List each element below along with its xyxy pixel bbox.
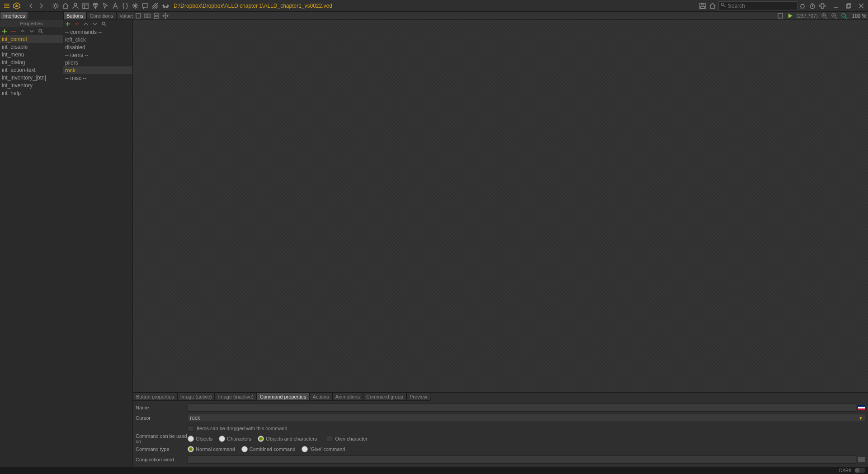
radio[interactable] xyxy=(302,446,308,452)
radio[interactable] xyxy=(241,446,248,452)
align2-icon[interactable] xyxy=(153,12,160,19)
search-input[interactable] xyxy=(728,3,795,9)
radio-label: Characters xyxy=(227,436,251,441)
zoom-level: 100 % xyxy=(852,13,866,19)
cursor-dropdown[interactable]: rock ▼ xyxy=(188,414,865,422)
add2-icon[interactable] xyxy=(64,20,71,28)
font-icon[interactable] xyxy=(110,1,120,11)
zoom-in-icon[interactable] xyxy=(821,12,828,19)
own-char-checkbox[interactable] xyxy=(326,436,332,442)
home-icon[interactable] xyxy=(61,1,71,11)
main-row: Interfaces Properties int_controlint_dis… xyxy=(0,12,868,467)
bottom-tab[interactable]: Image (active) xyxy=(177,393,215,401)
hatch-icon[interactable] xyxy=(150,1,160,11)
play-icon[interactable] xyxy=(787,12,794,19)
align1-icon[interactable] xyxy=(144,12,151,19)
down2-icon[interactable] xyxy=(91,20,99,28)
middle-tab[interactable]: Conditions xyxy=(86,12,116,20)
forward-icon[interactable] xyxy=(36,1,46,11)
down-icon[interactable] xyxy=(28,28,35,35)
canvas-column: (237,707) 100 % Button propertiesImage (… xyxy=(133,12,868,467)
conjunction-input[interactable] xyxy=(188,455,856,464)
bottom-panel: Button propertiesImage (active)Image (in… xyxy=(133,392,868,467)
list-item[interactable]: int_inventory xyxy=(0,81,63,89)
bottom-tab[interactable]: Animations xyxy=(332,393,363,401)
list-item[interactable]: int_inventory_[btn] xyxy=(0,74,63,81)
command-properties-form: Name Cursor rock ▼ Items can be dragged … xyxy=(133,401,868,467)
flag-icon[interactable] xyxy=(858,405,865,410)
radio[interactable] xyxy=(188,446,194,452)
svg-rect-12 xyxy=(847,4,851,7)
middle-tab[interactable]: Buttons xyxy=(63,12,86,20)
close-icon[interactable] xyxy=(856,1,866,11)
chat-icon[interactable] xyxy=(140,1,150,11)
zoom-out-icon[interactable] xyxy=(830,12,838,19)
zoom-fit-icon[interactable] xyxy=(840,12,848,19)
plugin-icon[interactable] xyxy=(817,1,827,11)
svg-rect-17 xyxy=(148,14,150,18)
drag-checkbox[interactable] xyxy=(188,425,194,432)
crop-icon[interactable] xyxy=(135,12,142,19)
name-label: Name xyxy=(136,405,188,410)
maximize-icon[interactable] xyxy=(844,1,854,11)
list-item[interactable]: int_disable xyxy=(0,43,63,51)
list-item[interactable]: disabled xyxy=(63,43,132,51)
canvas[interactable] xyxy=(133,20,868,392)
audio-icon[interactable] xyxy=(160,1,170,11)
minimize-icon[interactable] xyxy=(831,1,841,11)
list-item[interactable]: left_click xyxy=(63,36,132,43)
bottom-tab[interactable]: Button properties xyxy=(133,393,177,401)
add-icon[interactable] xyxy=(1,28,8,35)
list-item[interactable]: int_help xyxy=(0,89,63,97)
radio[interactable] xyxy=(219,436,225,442)
menu-icon[interactable] xyxy=(2,1,12,11)
list-item[interactable]: -- commands -- xyxy=(63,28,132,36)
buttons-list: -- commands --left_clickdisabled-- items… xyxy=(63,28,132,467)
bottom-tab[interactable]: Actions xyxy=(309,393,332,401)
home2-icon[interactable] xyxy=(708,1,717,11)
list-item[interactable]: -- items -- xyxy=(63,51,132,59)
braces-icon[interactable] xyxy=(120,1,130,11)
radio[interactable] xyxy=(258,436,264,442)
list-item[interactable]: int_dialog xyxy=(0,58,63,66)
timer-icon[interactable] xyxy=(807,1,817,11)
save-icon[interactable] xyxy=(698,1,708,11)
list-item[interactable]: int_action-text xyxy=(0,66,63,74)
bug-icon[interactable] xyxy=(797,1,807,11)
cursor-icon[interactable] xyxy=(100,1,110,11)
tab-interfaces[interactable]: Interfaces xyxy=(0,12,28,20)
flag2-icon[interactable] xyxy=(858,457,865,462)
search2-icon[interactable] xyxy=(37,28,44,35)
search-box[interactable] xyxy=(718,1,797,10)
diamond-icon[interactable] xyxy=(90,1,100,11)
crop2-icon[interactable] xyxy=(777,12,784,19)
list-item[interactable]: pliers xyxy=(63,59,132,66)
svg-point-14 xyxy=(102,22,105,25)
list-item[interactable]: rock xyxy=(63,66,132,74)
snowflake-icon[interactable] xyxy=(130,1,140,11)
back-icon[interactable] xyxy=(26,1,36,11)
bottom-tab[interactable]: Command properties xyxy=(257,393,310,401)
name-input[interactable] xyxy=(188,404,856,412)
up2-icon[interactable] xyxy=(82,20,90,28)
bottom-tab[interactable]: Preview xyxy=(406,393,430,401)
user-icon[interactable] xyxy=(71,1,80,11)
remove-icon[interactable] xyxy=(10,28,17,35)
list-item[interactable]: int_menu xyxy=(0,51,63,58)
bottom-tab[interactable]: Image (inactive) xyxy=(215,393,256,401)
list-item[interactable]: -- misc -- xyxy=(63,74,132,82)
layout-icon[interactable] xyxy=(80,1,90,11)
logo-icon[interactable] xyxy=(12,1,22,11)
up-icon[interactable] xyxy=(19,28,26,35)
gear-icon[interactable] xyxy=(51,1,61,11)
search3-icon[interactable] xyxy=(100,20,108,28)
theme-toggle[interactable] xyxy=(854,468,865,473)
move-icon[interactable] xyxy=(162,12,169,19)
list-item[interactable]: int_control xyxy=(0,35,63,43)
properties-header: Properties xyxy=(0,20,63,27)
bottom-tab[interactable]: Command group xyxy=(363,393,406,401)
radio[interactable] xyxy=(188,436,194,442)
remove2-icon[interactable] xyxy=(73,20,80,28)
svg-point-23 xyxy=(842,14,845,17)
sidebar-left: Interfaces Properties int_controlint_dis… xyxy=(0,12,63,467)
